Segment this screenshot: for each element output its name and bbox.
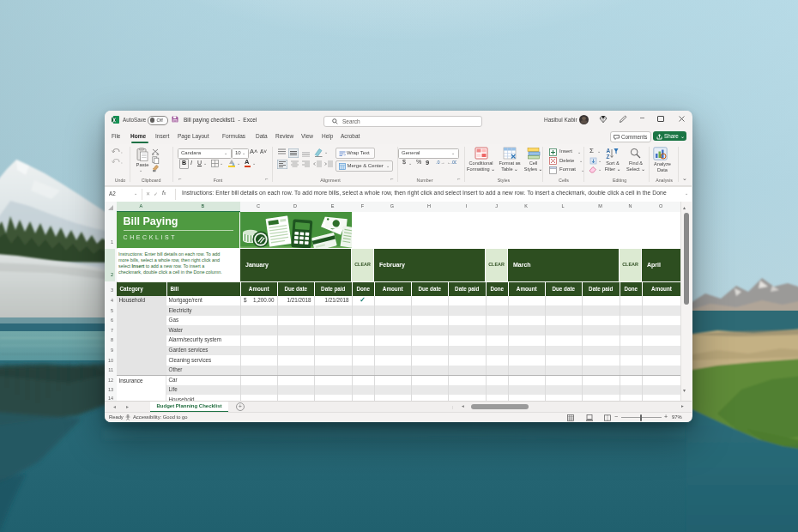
svg-text:.0: .0 (436, 160, 440, 165)
svg-text:A: A (607, 147, 611, 153)
svg-text:→: → (441, 160, 445, 165)
svg-text:Z: Z (607, 154, 610, 160)
svg-text:.00: .00 (451, 160, 457, 165)
